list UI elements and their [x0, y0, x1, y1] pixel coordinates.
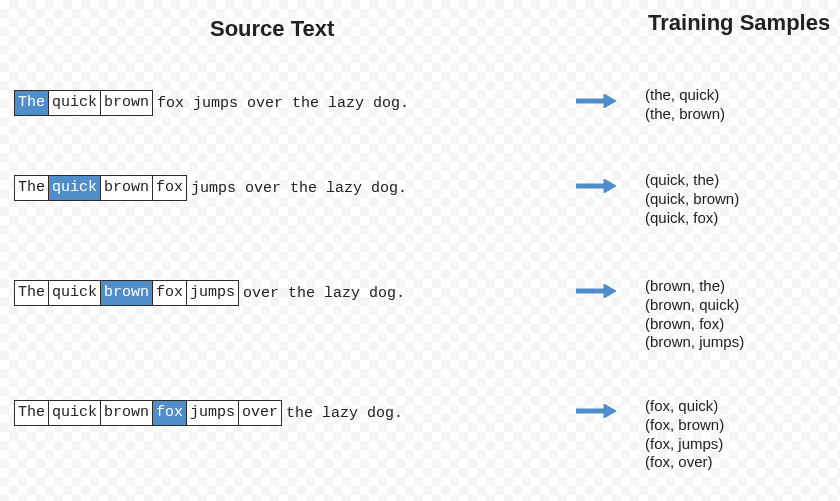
svg-marker-1: [604, 94, 616, 108]
context-word: quick: [48, 280, 101, 306]
focus-word: quick: [48, 175, 101, 201]
focus-word: fox: [152, 400, 187, 426]
training-pair: (fox, quick): [645, 397, 724, 416]
context-word: over: [238, 400, 282, 426]
context-word: jumps: [186, 400, 239, 426]
arrow-icon: [576, 94, 626, 108]
remaining-text: the lazy dog.: [286, 405, 403, 422]
example-row: Thequickbrownfoxjumpsoverthe lazy dog.: [14, 400, 403, 426]
context-word: brown: [100, 90, 153, 116]
example-row: Thequickbrownfoxjumpsover the lazy dog.: [14, 280, 405, 306]
training-pair: (fox, over): [645, 453, 724, 472]
training-pairs: (quick, the)(quick, brown)(quick, fox): [645, 171, 739, 227]
window-words: Thequickbrown: [14, 90, 153, 116]
context-word: The: [14, 400, 49, 426]
training-pair: (brown, fox): [645, 315, 744, 334]
training-pair: (the, brown): [645, 105, 725, 124]
training-pair: (quick, the): [645, 171, 739, 190]
context-word: fox: [152, 175, 187, 201]
focus-word: The: [14, 90, 49, 116]
example-row: Thequickbrownfox jumps over the lazy dog…: [14, 90, 409, 116]
arrow-icon: [576, 179, 626, 193]
window-words: Thequickbrownfox: [14, 175, 187, 201]
training-pairs: (brown, the)(brown, quick)(brown, fox)(b…: [645, 277, 744, 352]
context-word: jumps: [186, 280, 239, 306]
window-words: Thequickbrownfoxjumps: [14, 280, 239, 306]
window-words: Thequickbrownfoxjumpsover: [14, 400, 282, 426]
context-word: brown: [100, 400, 153, 426]
context-word: quick: [48, 90, 101, 116]
context-word: The: [14, 175, 49, 201]
remaining-text: fox jumps over the lazy dog.: [157, 95, 409, 112]
training-pair: (brown, jumps): [645, 333, 744, 352]
arrow-icon: [576, 404, 626, 418]
context-word: brown: [100, 175, 153, 201]
training-pair: (brown, the): [645, 277, 744, 296]
svg-marker-7: [604, 404, 616, 418]
training-pair: (the, quick): [645, 86, 725, 105]
header-source-text: Source Text: [210, 16, 334, 42]
focus-word: brown: [100, 280, 153, 306]
svg-marker-5: [604, 284, 616, 298]
example-row: Thequickbrownfoxjumps over the lazy dog.: [14, 175, 407, 201]
svg-marker-3: [604, 179, 616, 193]
context-word: fox: [152, 280, 187, 306]
training-pairs: (fox, quick)(fox, brown)(fox, jumps)(fox…: [645, 397, 724, 472]
training-pair: (quick, fox): [645, 209, 739, 228]
context-word: The: [14, 280, 49, 306]
context-word: quick: [48, 400, 101, 426]
remaining-text: jumps over the lazy dog.: [191, 180, 407, 197]
remaining-text: over the lazy dog.: [243, 285, 405, 302]
training-pair: (quick, brown): [645, 190, 739, 209]
arrow-icon: [576, 284, 626, 298]
training-pairs: (the, quick)(the, brown): [645, 86, 725, 124]
header-training-samples: Training Samples: [648, 10, 830, 35]
training-pair: (brown, quick): [645, 296, 744, 315]
training-pair: (fox, brown): [645, 416, 724, 435]
training-pair: (fox, jumps): [645, 435, 724, 454]
